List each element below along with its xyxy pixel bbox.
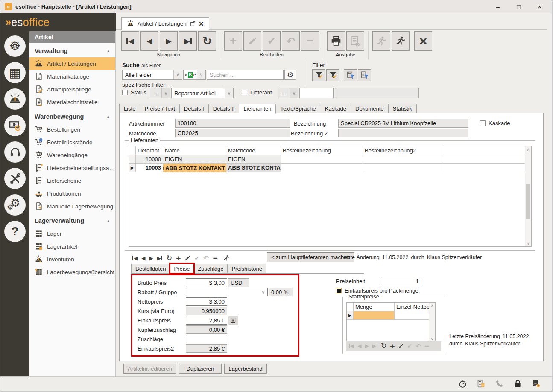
sidebar-item-lagerartikel[interactable]: Lagerartikel [29,240,115,253]
add-button[interactable]: + [224,31,242,51]
close-icon[interactable]: × [538,3,541,10]
table-row[interactable]: 10000 EIGEN EIGEN [129,155,531,164]
document-tab[interactable]: Artikel / Leistungen × [121,17,209,30]
lieferant-operator-select[interactable]: = ∨ [278,88,298,98]
scroll-down-icon[interactable]: ∨ [527,241,530,246]
subtab-zuschlaege[interactable]: Zuschläge [194,264,228,273]
duplicate-button[interactable]: Duplizieren [179,364,222,374]
cell-lieferant[interactable]: 10003 [136,164,163,172]
preiseinheit-field[interactable]: 1 [381,277,421,285]
filter-save-button[interactable] [344,69,357,81]
grid-next-button[interactable]: ▶ [149,256,153,261]
module-settings-button[interactable]: ⚙⚙ [4,194,26,216]
sidebar-section-verwaltung[interactable]: Verwaltung ▲ [29,43,115,57]
search-field-select[interactable]: Alle Felder ∨ [122,70,182,80]
sidebar-item-inventuren[interactable]: Inventuren [29,253,115,266]
edit-button[interactable] [243,31,261,51]
subtab-bestelldaten[interactable]: Bestelldaten [131,264,170,273]
subtab-preishistorie[interactable]: Preishistorie [228,264,266,273]
tab-details-1[interactable]: Details I [180,104,209,113]
zuschlaege-field[interactable] [186,335,227,343]
cell-matchcode[interactable]: EIGEN [226,155,281,164]
filter-company-button[interactable] [358,69,371,81]
search-mode-select[interactable]: aBc ∨ [183,70,206,80]
cell-matchcode[interactable]: ABB STOTZ KONTAKT G [226,164,281,172]
status-value-select[interactable]: Reparatur Artikel ∨ [171,88,234,98]
rabatt-field[interactable] [186,288,227,296]
grid-add-button[interactable]: + [176,254,181,262]
module-finance-button[interactable] [4,115,26,136]
netto-field[interactable]: $ 3,00 [186,297,227,306]
cell-bestell2[interactable] [363,164,442,172]
tab-kaskade[interactable]: Kaskade [320,104,351,113]
sidebar-item-materialkataloge[interactable]: Materialkataloge [29,70,115,83]
cell-bestell2[interactable] [363,155,442,164]
staffel-scrollbar[interactable]: ∧ ∨ [429,303,435,342]
sidebar-item-lager[interactable]: Lager [29,227,115,240]
cell-bestell[interactable] [281,164,363,172]
cell-menge[interactable] [354,311,395,320]
grid-last-button[interactable]: ▶ [372,343,377,348]
refresh-button[interactable]: ↻ [198,31,216,51]
module-artikel-button[interactable] [4,88,26,110]
sidebar-item-wareneingaenge[interactable]: Wareneingänge [29,149,115,161]
database-sync-icon[interactable] [532,379,541,388]
grid-edit-button[interactable] [398,343,404,349]
cell-bestell[interactable] [281,155,363,164]
table-row-selected[interactable]: ▶ 10003 ABB STOTZ KONTAKT Gr ABB STOTZ K… [129,164,531,172]
brutto-field[interactable]: $ 3,00 [186,278,227,287]
status-filter-checkbox[interactable]: Status [122,89,146,96]
open-external-icon[interactable] [190,21,196,26]
filter-apply-button[interactable] [326,69,339,81]
nav-prev-button[interactable]: ◀ [140,31,158,51]
scroll-up-icon[interactable]: ∧ [431,304,434,308]
kaskade-checkbox[interactable]: Kaskade [480,120,510,126]
sidebar-item-manuelle-lagerbewegung[interactable]: Manuelle Lagerbewegung [29,200,115,213]
tab-details-2[interactable]: Details II [209,104,240,113]
company-building-icon[interactable] [477,379,486,388]
grid-first-button[interactable]: ◀ [349,343,354,348]
nav-last-button[interactable]: ▶ [179,31,197,51]
status-operator-select[interactable]: = ∨ [150,88,170,98]
bezeichnung-field[interactable]: Special CR2025 3V Lithium Knopfzelle [338,119,468,128]
nav-next-button[interactable]: ▶ [160,31,178,51]
search-as-filter-toggle[interactable]: als Filter [141,63,161,69]
grid-add-button[interactable]: + [390,342,395,350]
search-settings-button[interactable]: ⚙ [284,70,296,80]
sidebar-section-warenbewegung[interactable]: Warenbewegung ▲ [29,108,115,123]
module-planning-button[interactable]: ▦ [4,62,26,83]
sidebar-item-lagerbewegungsuebersicht[interactable]: Lagerbewegungsübersicht [29,266,115,278]
maximize-icon[interactable]: □ [517,3,521,10]
cell-name[interactable]: ABB STOTZ KONTAKT Gr [163,164,226,172]
grid-next-button[interactable]: ▶ [365,343,369,348]
einkaufspreis-field[interactable]: 2,85 € [186,316,227,325]
subtab-preise[interactable]: Preise [170,264,194,274]
grid-refresh-button[interactable]: ↻ [381,342,386,349]
currency-field[interactable]: USD [228,278,249,287]
grid-prev-button[interactable]: ◀ [141,256,145,261]
grid-undo-button[interactable]: ↶ [415,343,421,349]
sidebar-item-lieferscheinassistent[interactable]: Lieferscheinerstellungsassist... [29,161,115,174]
report-export-button[interactable] [346,31,364,51]
sidebar-item-bestellungen[interactable]: Bestellungen [29,123,115,136]
stopwatch-icon[interactable] [458,379,467,388]
sidebar-item-materialschnittstelle[interactable]: Materialschnittstelle [29,96,115,108]
grid-prev-button[interactable]: ◀ [357,343,361,348]
nav-first-button[interactable]: ◀ [121,31,139,51]
bezeichnung2-field[interactable] [338,129,468,137]
artikelnummer-field[interactable]: 100100 [175,119,290,128]
grid-undo-button[interactable]: ↶ [203,255,209,262]
tab-close-icon[interactable]: × [199,20,204,28]
module-tools-button[interactable] [4,168,26,189]
pack-price-checkbox[interactable]: Einkaufspreis pro Packmenge [336,287,418,294]
lock-icon[interactable] [513,379,522,388]
lieferant-filter-checkbox[interactable]: Lieferant [242,89,272,96]
suppliers-scrollbar[interactable]: ∧ ∨ [525,146,531,246]
tab-statistik[interactable]: Statistik [389,104,417,113]
tab-texte-sprache[interactable]: Texte/Sprache [276,104,320,113]
sidebar-item-lieferscheine[interactable]: Lieferscheine [29,174,115,187]
rabatt-group-select[interactable]: ∨ [228,288,268,296]
module-service-button[interactable] [4,141,26,163]
col-matchcode[interactable]: Matchcode [226,146,281,155]
grid-confirm-button[interactable]: ✔ [194,255,199,261]
